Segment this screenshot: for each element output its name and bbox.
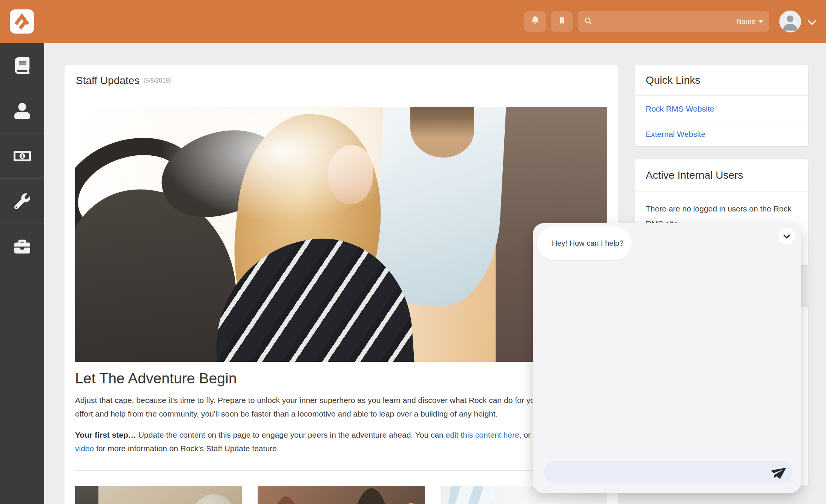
bookmark-icon [557, 16, 567, 27]
person-icon [14, 103, 30, 119]
paragraph-line: effort and help from the community, you'… [75, 407, 607, 421]
chevron-down-icon [782, 232, 791, 241]
user-avatar[interactable] [779, 11, 801, 32]
bell-icon [530, 15, 540, 28]
active-users-title: Active Internal Users [646, 169, 743, 181]
money-bill-icon: 1 [13, 150, 31, 162]
sidebar-item-finance[interactable]: 1 [0, 133, 44, 179]
paragraph-line: Adjust that cape, because it's time to f… [75, 394, 607, 407]
first-step-bold: Your first step… [75, 430, 136, 439]
paper-plane-icon [769, 464, 786, 480]
thumbnail-team-meeting[interactable] [258, 486, 424, 504]
divider [75, 470, 607, 471]
wrench-icon [14, 193, 30, 209]
quick-links-card: Quick Links Rock RMS Website External We… [635, 65, 808, 146]
book-icon [15, 57, 30, 74]
rock-logo[interactable] [10, 9, 34, 34]
article-paragraph-1: Adjust that cape, because it's time to f… [75, 394, 607, 421]
article-paragraph-2: Your first step… Update the content on t… [75, 428, 607, 455]
caret-down-icon [758, 20, 763, 23]
avatar-icon [779, 11, 801, 32]
chat-greeting-text: Hey! How can I help? [552, 239, 623, 248]
article-thumbnails [75, 486, 607, 504]
active-users-empty-text: There are no logged in users on the Rock [646, 201, 798, 216]
article-title: Let The Adventure Begin [75, 370, 607, 387]
sidebar-item-people[interactable] [0, 88, 44, 133]
paragraph-line: Your first step… Update the content on t… [75, 428, 607, 442]
quick-links-header: Quick Links [635, 65, 808, 96]
svg-text:1: 1 [21, 153, 23, 159]
left-nav: 1 [0, 43, 44, 504]
notifications-button[interactable] [524, 11, 546, 32]
sidebar-item-intranet[interactable] [0, 43, 44, 88]
card-title: Staff Updates [76, 75, 140, 87]
thumbnail-office-laptop[interactable] [75, 486, 242, 504]
chevron-down-icon [806, 17, 818, 28]
chat-send-button[interactable] [771, 466, 784, 478]
chat-input-bar[interactable] [544, 461, 792, 483]
briefcase-icon [14, 239, 30, 254]
quick-link-rock-rms-website[interactable]: Rock RMS Website [635, 96, 808, 121]
rock-logo-icon [13, 12, 31, 31]
sidebar-item-workplace[interactable] [0, 224, 44, 269]
card-date: (5/8/2018) [143, 77, 171, 84]
quick-link-external-website[interactable]: External Website [635, 121, 808, 146]
search-input[interactable] [597, 17, 736, 26]
active-users-header: Active Internal Users [635, 159, 808, 191]
page: Name [0, 0, 826, 504]
chat-collapse-button[interactable] [778, 228, 795, 245]
staff-updates-header: Staff Updates (5/8/2018) [64, 65, 618, 96]
chat-message-input[interactable] [553, 467, 767, 476]
search-icon [584, 17, 593, 27]
chat-widget: Hey! How can I help? [533, 223, 801, 493]
bookmarks-button[interactable] [551, 11, 573, 32]
hero-photo [75, 107, 607, 362]
sidebar-item-tools[interactable] [0, 179, 44, 224]
search-filter-label: Name [736, 17, 755, 26]
video-link[interactable]: video [75, 444, 94, 453]
global-search[interactable]: Name [578, 11, 769, 32]
paragraph-line: video for more information on Rock's Sta… [75, 442, 607, 455]
account-menu-toggle[interactable] [806, 17, 818, 29]
quick-links-title: Quick Links [646, 74, 700, 86]
chat-greeting-bubble: Hey! How can I help? [537, 226, 632, 260]
edit-content-link[interactable]: edit this content here [446, 430, 519, 439]
search-filter-dropdown[interactable]: Name [736, 17, 763, 26]
top-navbar: Name [0, 0, 826, 43]
